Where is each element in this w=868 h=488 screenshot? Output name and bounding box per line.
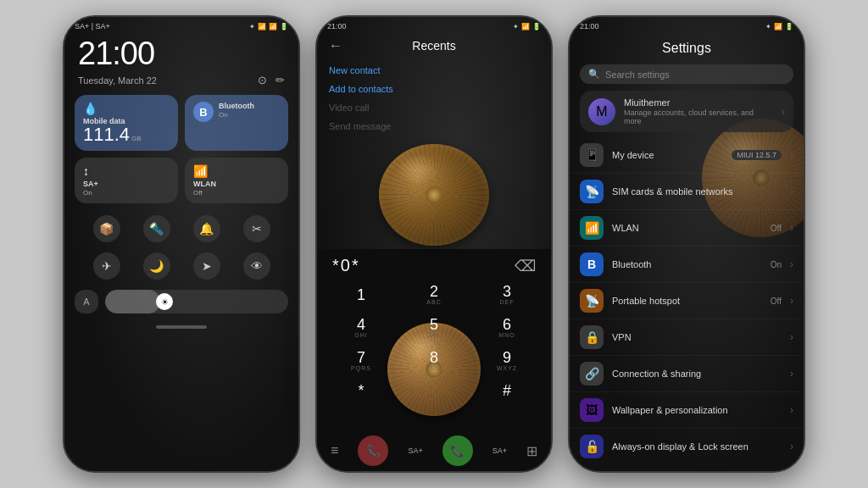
call-label-2: SA+ (492, 446, 507, 455)
bluetooth-icon-circle: B (193, 102, 214, 122)
quick-tiles: 💧 Mobile data 111.4 GB B Bluetooth (64, 95, 298, 210)
status-icons-1: ✦📶📶🔋 (249, 23, 288, 30)
my-device-text: My device (612, 150, 723, 160)
back-button[interactable]: ← (329, 38, 342, 53)
wlan-status: Off (193, 189, 280, 197)
call-button-sa-1[interactable]: 📞 (358, 435, 388, 466)
bell-icon[interactable]: 🔔 (193, 215, 220, 242)
video-call-item[interactable]: Video call (329, 98, 539, 117)
cube-icon[interactable]: 📦 (93, 215, 120, 242)
dial-key-7[interactable]: 7 PQRS (326, 345, 397, 376)
my-device-item[interactable]: 📱 My device MIUI 12.5.7 › (570, 137, 804, 174)
wlan-label: WLAN (193, 180, 280, 188)
status-left-2: 21:00 (327, 22, 347, 30)
edit-icon[interactable]: ✏ (275, 74, 285, 86)
backspace-icon[interactable]: ⌫ (515, 257, 536, 275)
brightness-area: A ☀ (64, 285, 298, 319)
wallpaper-label: Wallpaper & personalization (612, 405, 782, 415)
brightness-slider[interactable]: ☀ (105, 290, 288, 313)
miuithemer-avatar: M (588, 98, 615, 125)
airplane-icon[interactable]: ✈ (93, 252, 120, 280)
phone-2-screen: 21:00 ✦📶🔋 ← Recents New contact Add to c… (317, 17, 551, 471)
call-button-sa-2[interactable]: 📞 (442, 435, 473, 466)
sim-cards-item[interactable]: 📡 SIM cards & mobile networks › (570, 174, 804, 210)
dial-key-star[interactable]: * (326, 378, 397, 403)
mobile-data-value: 111.4 (83, 125, 130, 144)
dial-key-9[interactable]: 9 WXYZ (471, 345, 542, 376)
miuithemer-arrow: › (782, 106, 785, 118)
my-device-icon: 📱 (580, 143, 604, 167)
new-contact-item[interactable]: New contact (329, 61, 539, 80)
always-on-icon: 🔓 (585, 440, 599, 453)
recents-dialer: 21:00 ✦📶🔋 ← Recents New contact Add to c… (317, 17, 551, 471)
wlan-tile[interactable]: 📶 WLAN Off (185, 158, 288, 203)
flashlight-icon[interactable]: 🔦 (143, 215, 170, 242)
settings-header: Settings (570, 32, 804, 61)
phone-1: SA+ | SA+ ✦📶📶🔋 21:00 Tuesday, March 22 ⊙… (63, 15, 300, 473)
bluetooth-settings-label: Bluetooth (612, 259, 762, 269)
eye-icon[interactable]: 👁 (243, 252, 270, 280)
send-message-item[interactable]: Send message (329, 117, 539, 136)
connection-arrow: › (790, 368, 793, 380)
miuithemer-card[interactable]: M Miuithemer Manage accounts, cloud serv… (580, 91, 793, 132)
dialpad-icon[interactable]: ⊞ (526, 443, 537, 459)
wlan-settings-item[interactable]: 📶 WLAN Off › (570, 210, 804, 247)
hotspot-item[interactable]: 📡 Portable hotspot Off › (570, 283, 804, 319)
connection-text: Connection & sharing (612, 369, 782, 379)
hotspot-icon-container: 📡 (580, 289, 604, 313)
vpn-label: VPN (612, 332, 782, 342)
wlan-icon: 📶 (193, 164, 280, 178)
vpn-item[interactable]: 🔒 VPN › (570, 319, 804, 356)
bluetooth-settings-arrow: › (790, 258, 793, 270)
bottom-nav-bar: ≡ 📞 SA+ 📞 SA+ ⊞ (317, 430, 551, 471)
brightness-knob[interactable]: ☀ (156, 293, 173, 310)
connection-sharing-item[interactable]: 🔗 Connection & sharing › (570, 356, 804, 392)
sa-icon: ↕ (83, 164, 170, 178)
home-indicator[interactable] (156, 325, 207, 329)
miui-version-badge: MIUI 12.5.7 (732, 150, 782, 160)
bluetooth-settings-value: On (771, 260, 782, 269)
screenshot-icon[interactable]: ✂ (243, 215, 270, 242)
miuithemer-text: Miuithemer Manage accounts, cloud servic… (624, 97, 773, 125)
dial-key-2[interactable]: 2 ABC (398, 279, 470, 310)
search-icon[interactable]: ⊙ (258, 74, 267, 86)
connection-icon-container: 🔗 (580, 362, 604, 385)
moon-icon[interactable]: 🌙 (143, 252, 170, 280)
dial-key-3[interactable]: 3 DEF (471, 279, 542, 310)
mobile-data-icon: 💧 (83, 102, 170, 115)
add-contact-item[interactable]: Add to contacts (329, 80, 539, 98)
hotspot-label: Portable hotspot (612, 296, 762, 306)
connection-label: Connection & sharing (612, 369, 782, 379)
mobile-data-tile[interactable]: 💧 Mobile data 111.4 GB (75, 95, 178, 151)
dial-key-5[interactable]: 5 JKL (398, 312, 470, 343)
dial-key-1[interactable]: 1 (326, 279, 397, 310)
location-icon[interactable]: ➤ (193, 252, 220, 280)
dialer-section: *0* ⌫ 1 2 ABC 3 (317, 249, 551, 430)
search-icon: 🔍 (588, 69, 600, 80)
dial-key-hash[interactable]: # (471, 378, 542, 403)
sa-plus-tile[interactable]: ↕ SA+ On (75, 158, 178, 203)
sim-icon-container: 📡 (580, 180, 604, 203)
bluetooth-settings-item[interactable]: B Bluetooth On › (570, 247, 804, 283)
always-on-label: Always-on display & Lock screen (612, 441, 782, 452)
hotspot-value: Off (771, 297, 782, 306)
bluetooth-tile[interactable]: B Bluetooth On (185, 95, 288, 151)
connection-icon: 🔗 (585, 367, 599, 380)
status-bar-1: SA+ | SA+ ✦📶📶🔋 (64, 17, 298, 32)
my-device-label: My device (612, 150, 723, 160)
settings-screen: 21:00 ✦📶🔋 Settings 🔍 Search settings (570, 17, 804, 471)
status-left-1: SA+ | SA+ (75, 22, 110, 30)
wallpaper-text: Wallpaper & personalization (612, 405, 782, 415)
wlan-settings-icon: 📶 (585, 221, 599, 235)
miuithemer-name: Miuithemer (624, 97, 773, 108)
dial-key-4[interactable]: 4 GHI (326, 312, 397, 343)
search-input[interactable]: Search settings (605, 69, 670, 80)
dial-key-8[interactable]: 8 TUV (398, 345, 470, 376)
search-bar[interactable]: 🔍 Search settings (580, 64, 793, 84)
wallpaper-item[interactable]: 🖼 Wallpaper & personalization › (570, 392, 804, 429)
miuithemer-sub: Manage accounts, cloud services, and mor… (624, 108, 773, 125)
menu-icon[interactable]: ≡ (331, 443, 338, 458)
always-on-item[interactable]: 🔓 Always-on display & Lock screen › (570, 429, 804, 460)
always-on-text: Always-on display & Lock screen (612, 441, 782, 452)
dial-key-6[interactable]: 6 MNO (471, 312, 542, 343)
